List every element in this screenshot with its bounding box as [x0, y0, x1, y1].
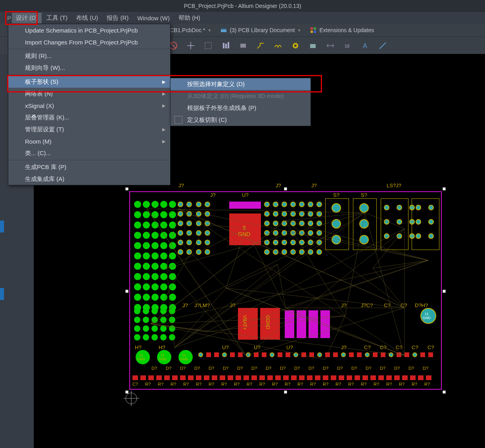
pad [332, 235, 341, 244]
tool-move-icon[interactable] [184, 39, 197, 52]
designator: U? [222, 344, 229, 350]
submenu-define-from-selected[interactable]: 按照选择对象定义 (D) [171, 78, 311, 90]
component-body [297, 310, 306, 338]
designator: C? [396, 344, 403, 350]
submenu-arrow-icon: ▶ [162, 79, 165, 85]
designator: J? [210, 192, 216, 198]
tab-pcblib[interactable]: (3) PCB Library Document▼ [217, 25, 304, 35]
svg-point-16 [294, 44, 297, 47]
designator: U? [286, 344, 293, 350]
svg-rect-11 [223, 43, 224, 48]
menu-help[interactable]: 帮助 (H) [174, 13, 204, 23]
extensions-icon [310, 27, 317, 34]
tool-component-icon[interactable] [236, 39, 250, 52]
pad [359, 235, 369, 244]
menu-layer-stack[interactable]: 层叠管理器 (K)... [8, 112, 170, 123]
svg-rect-13 [228, 42, 229, 48]
pad [332, 219, 341, 229]
net-label: 11GND [137, 353, 145, 361]
designator: U? [242, 192, 249, 198]
menu-make-pcb-lib[interactable]: 生成PCB 库 (P) [8, 161, 170, 173]
menu-rules[interactable]: 规则 (R)... [8, 50, 170, 62]
tool-diff-icon[interactable] [271, 39, 285, 52]
panel-tab[interactable] [0, 221, 4, 233]
menu-make-integrated-lib[interactable]: 生成集成库 (A) [8, 173, 170, 185]
menu-classes[interactable]: 类... (C)... [8, 147, 170, 159]
menu-board-shape[interactable]: 板子形状 (S)▶ [8, 76, 170, 88]
designator: J?C? [361, 302, 373, 308]
menu-tools[interactable]: 工具 (T) [42, 13, 71, 23]
tool-dimension-icon[interactable] [324, 39, 337, 52]
menu-rule-wizard[interactable]: 规则向导 (W)... [8, 62, 170, 74]
designator: C? [384, 302, 391, 308]
component-body [238, 308, 258, 340]
designator: S? [361, 192, 367, 198]
library-icon [220, 27, 227, 34]
menu-netlist[interactable]: 网络表 (N)▶ [8, 88, 170, 100]
menu-design[interactable]: 设计 (D) [12, 13, 42, 23]
tool-line-icon[interactable] [376, 39, 389, 52]
submenu-arrow-icon: ▶ [162, 103, 165, 108]
designator: J? [178, 183, 184, 188]
tool-via-icon[interactable] [289, 39, 302, 52]
svg-text:A: A [363, 42, 367, 49]
svg-rect-2 [311, 27, 313, 30]
designator: U? [254, 344, 261, 350]
menu-route[interactable]: 布线 (U) [72, 13, 102, 23]
net-label: 3GND [238, 225, 250, 237]
designator: LS?J? [387, 183, 401, 188]
menu-layer-sets[interactable]: 管理层设置 (T)▶ [8, 123, 170, 135]
submenu-define-cutout[interactable]: 定义板切割 (C) [171, 114, 311, 126]
menu-room[interactable]: Room (M)▶ [8, 135, 170, 147]
menu-truncated: P [7, 15, 11, 21]
component-outline [412, 198, 439, 250]
pad [332, 203, 341, 213]
tool-grid-icon[interactable]: 10 [341, 39, 355, 52]
svg-line-21 [380, 42, 386, 49]
chevron-down-icon: ▼ [207, 28, 211, 33]
designator: J? [182, 302, 188, 308]
svg-rect-14 [240, 44, 246, 48]
designator: C? [412, 344, 418, 350]
svg-text:10: 10 [345, 44, 349, 48]
component-body [285, 310, 294, 338]
tool-select-icon[interactable] [201, 39, 215, 52]
pad [359, 203, 369, 213]
designator: J? [230, 302, 236, 308]
chevron-down-icon: ▼ [297, 28, 301, 33]
tool-polygon-icon[interactable] [306, 39, 320, 52]
designator: J? [311, 183, 317, 188]
menu-xsignal[interactable]: xSignal (X)▶ [8, 100, 170, 112]
tab-extensions[interactable]: Extensions & Updates [307, 25, 377, 35]
title-bar: PCB_Project.PrjPcb - Altium Designer (20… [0, 0, 485, 12]
designator: D?H? [415, 302, 428, 308]
svg-rect-5 [314, 31, 316, 33]
tool-align-icon[interactable] [219, 39, 232, 52]
design-menu-dropdown: Update Schematics in PCB_Project.PrjPcb … [8, 24, 171, 185]
menu-import-changes[interactable]: Import Changes From PCB_Project.PrjPcb [8, 36, 170, 48]
component-body [309, 310, 318, 338]
menu-reports[interactable]: 报告 (R) [103, 13, 132, 23]
tool-route-icon[interactable] [254, 39, 267, 52]
panel-tab[interactable] [0, 288, 4, 300]
tool-text-icon[interactable]: A [358, 39, 372, 52]
svg-rect-12 [225, 44, 227, 48]
menu-window[interactable]: Window (W) [133, 13, 174, 23]
svg-rect-3 [314, 27, 316, 30]
designator: H? [135, 344, 142, 350]
submenu-create-outline[interactable]: 根据板子外形生成线条 (P) [171, 102, 311, 114]
menu-bar: P 设计 (D) 工具 (T) 布线 (U) 报告 (R) Window (W)… [0, 12, 485, 24]
pad [359, 219, 369, 229]
submenu-arrow-icon: ▶ [162, 91, 165, 96]
cutout-icon [174, 116, 182, 124]
tab-pcbdoc[interactable]: CB1.PcbDoc *▼ [167, 25, 215, 35]
designator: C? [401, 302, 407, 308]
menu-update-schematics[interactable]: Update Schematics in PCB_Project.PrjPcb [8, 24, 170, 36]
svg-rect-4 [311, 31, 313, 33]
pcb-board[interactable]: J? J? U? J? J? S? S? LS?J? 3GND J? J?LM?… [127, 189, 444, 399]
net-label: GGND [265, 315, 270, 329]
submenu-define-from-3d: 从3D体定义 (D) (Requires 3D mode) [171, 90, 311, 102]
svg-line-7 [171, 43, 176, 48]
component-body [320, 310, 330, 338]
designator: J? [341, 302, 347, 308]
